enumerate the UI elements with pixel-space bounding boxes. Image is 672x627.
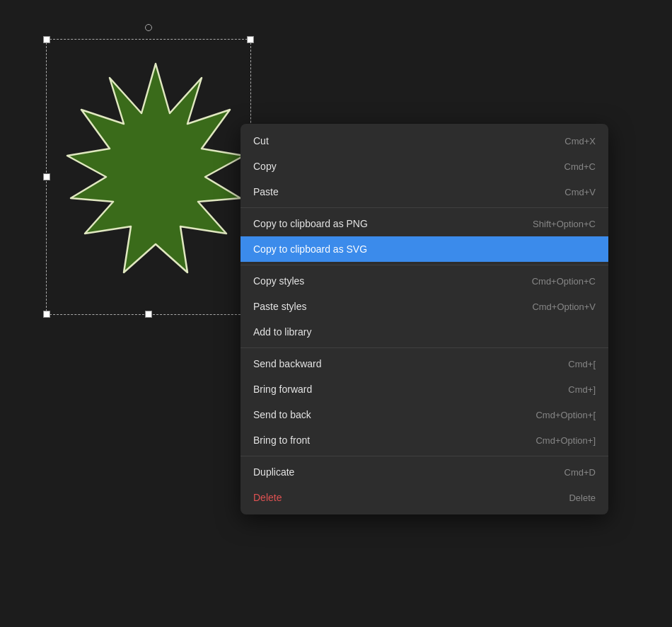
handle-bot-mid[interactable]	[145, 311, 152, 318]
menu-shortcut-duplicate: Cmd+D	[564, 467, 596, 478]
divider-4	[241, 456, 608, 456]
divider-1	[241, 207, 608, 208]
rotation-handle[interactable]	[145, 24, 152, 31]
menu-item-copy-styles[interactable]: Copy styles Cmd+Option+C	[241, 268, 608, 294]
menu-item-delete[interactable]: Delete Delete	[241, 485, 608, 510]
menu-shortcut-cut: Cmd+X	[564, 136, 596, 146]
canvas: Cut Cmd+X Copy Cmd+C Paste Cmd+V Copy to…	[0, 0, 672, 627]
menu-label-send-back: Send to back	[253, 409, 311, 420]
menu-label-copy: Copy	[253, 161, 277, 172]
menu-shortcut-bring-forward: Cmd+]	[568, 384, 596, 395]
menu-item-send-back[interactable]: Send to back Cmd+Option+[	[241, 402, 608, 427]
menu-label-paste-styles: Paste styles	[253, 301, 306, 312]
menu-label-send-backward: Send backward	[253, 358, 322, 369]
menu-label-paste: Paste	[253, 186, 279, 197]
menu-shortcut-paste: Cmd+V	[564, 187, 596, 197]
menu-item-paste-styles[interactable]: Paste styles Cmd+Option+V	[241, 294, 608, 319]
menu-item-add-library[interactable]: Add to library	[241, 319, 608, 345]
handle-bot-left[interactable]	[43, 311, 50, 318]
menu-shortcut-send-back: Cmd+Option+[	[535, 410, 596, 420]
handle-mid-left[interactable]	[43, 173, 50, 180]
menu-label-bring-forward: Bring forward	[253, 384, 312, 395]
menu-shortcut-copy-styles: Cmd+Option+C	[532, 276, 596, 287]
menu-item-copy-svg[interactable]: Copy to clipboard as SVG	[241, 236, 608, 262]
menu-label-duplicate: Duplicate	[253, 466, 294, 478]
menu-shortcut-copy-png: Shift+Option+C	[533, 219, 596, 229]
menu-shortcut-send-backward: Cmd+[	[568, 359, 596, 369]
menu-label-copy-png: Copy to clipboard as PNG	[253, 218, 368, 229]
menu-item-duplicate[interactable]: Duplicate Cmd+D	[241, 459, 608, 485]
menu-label-copy-svg: Copy to clipboard as SVG	[253, 243, 367, 255]
menu-item-send-backward[interactable]: Send backward Cmd+[	[241, 351, 608, 376]
menu-shortcut-paste-styles: Cmd+Option+V	[532, 301, 596, 312]
menu-shortcut-delete: Delete	[569, 493, 596, 503]
handle-top-left[interactable]	[43, 36, 50, 43]
menu-label-bring-front: Bring to front	[253, 435, 310, 446]
menu-label-cut: Cut	[253, 135, 269, 146]
menu-label-delete: Delete	[253, 492, 282, 503]
menu-item-bring-forward[interactable]: Bring forward Cmd+]	[241, 376, 608, 402]
menu-item-copy[interactable]: Copy Cmd+C	[241, 154, 608, 179]
context-menu: Cut Cmd+X Copy Cmd+C Paste Cmd+V Copy to…	[241, 124, 608, 514]
menu-label-copy-styles: Copy styles	[253, 275, 304, 287]
divider-3	[241, 347, 608, 348]
menu-item-paste[interactable]: Paste Cmd+V	[241, 179, 608, 205]
menu-item-bring-front[interactable]: Bring to front Cmd+Option+]	[241, 427, 608, 453]
menu-label-add-library: Add to library	[253, 326, 311, 338]
menu-shortcut-copy: Cmd+C	[564, 161, 596, 172]
menu-shortcut-bring-front: Cmd+Option+]	[535, 435, 596, 446]
selection-box	[46, 39, 251, 315]
menu-item-cut[interactable]: Cut Cmd+X	[241, 128, 608, 154]
handle-top-right[interactable]	[247, 36, 254, 43]
divider-2	[241, 265, 608, 265]
menu-item-copy-png[interactable]: Copy to clipboard as PNG Shift+Option+C	[241, 211, 608, 236]
